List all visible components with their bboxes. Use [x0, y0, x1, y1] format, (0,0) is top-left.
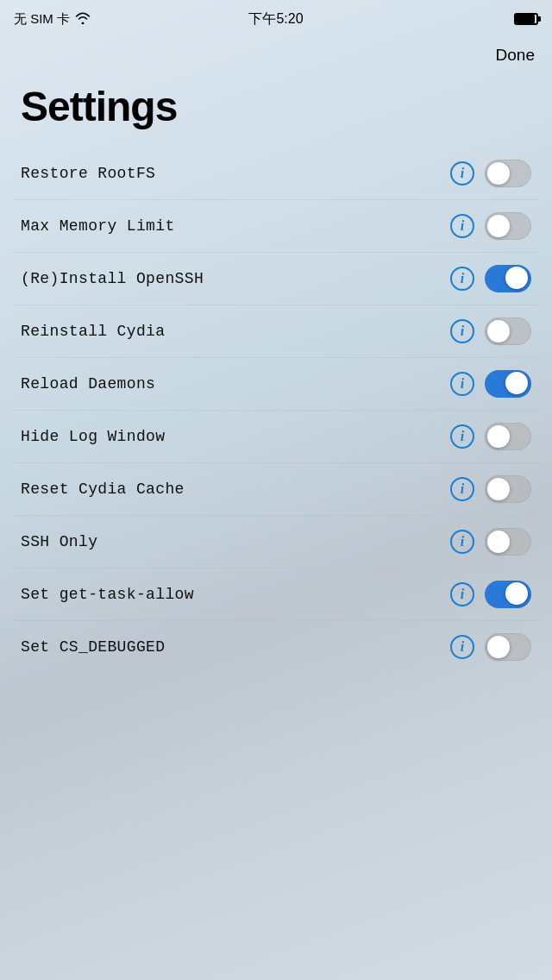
- row-restore-rootfs: Restore RootFS i: [14, 148, 538, 200]
- row-max-memory-limit: Max Memory Limit i: [14, 200, 538, 253]
- done-button[interactable]: Done: [496, 46, 535, 65]
- toggle-hide-log-window[interactable]: [485, 423, 531, 450]
- row-ssh-only: SSH Only i: [14, 516, 538, 569]
- label-max-memory-limit: Max Memory Limit: [21, 217, 175, 235]
- info-restore-rootfs[interactable]: i: [450, 161, 474, 185]
- info-ssh-only[interactable]: i: [450, 530, 474, 554]
- battery-icon: [514, 13, 538, 25]
- status-time: 下午5:20: [248, 10, 303, 28]
- toggle-reload-daemons[interactable]: [485, 370, 531, 398]
- toggle-set-get-task-allow[interactable]: [485, 581, 531, 608]
- label-set-cs-debugged: Set CS_DEBUGGED: [21, 638, 165, 656]
- label-ssh-only: SSH Only: [21, 533, 97, 550]
- info-reset-cydia-cache[interactable]: i: [450, 477, 474, 501]
- wifi-icon: [75, 12, 91, 27]
- info-reinstall-cydia[interactable]: i: [450, 319, 474, 343]
- label-restore-rootfs: Restore RootFS: [21, 165, 155, 182]
- label-hide-log-window: Hide Log Window: [21, 428, 165, 445]
- toggle-reinstall-cydia[interactable]: [485, 317, 531, 345]
- label-reload-daemons: Reload Daemons: [21, 375, 155, 393]
- label-reinstall-cydia: Reinstall Cydia: [21, 323, 165, 340]
- info-reinstall-openssh[interactable]: i: [450, 267, 474, 291]
- row-reinstall-cydia: Reinstall Cydia i: [14, 305, 538, 358]
- carrier-text: 无 SIM 卡: [14, 11, 70, 28]
- toggle-reinstall-openssh[interactable]: [485, 265, 531, 292]
- toggle-ssh-only[interactable]: [485, 528, 531, 556]
- toggle-restore-rootfs[interactable]: [485, 160, 531, 187]
- row-hide-log-window: Hide Log Window i: [14, 411, 538, 463]
- row-reload-daemons: Reload Daemons i: [14, 358, 538, 411]
- row-reinstall-openssh: (Re)Install OpenSSH i: [14, 253, 538, 305]
- info-hide-log-window[interactable]: i: [450, 424, 474, 449]
- row-set-cs-debugged: Set CS_DEBUGGED i: [14, 621, 538, 673]
- toggle-reset-cydia-cache[interactable]: [485, 475, 531, 503]
- nav-bar: Done: [0, 38, 552, 76]
- status-left: 无 SIM 卡: [14, 11, 91, 28]
- info-max-memory-limit[interactable]: i: [450, 214, 474, 238]
- label-set-get-task-allow: Set get-task-allow: [21, 586, 194, 603]
- info-set-get-task-allow[interactable]: i: [450, 582, 474, 606]
- row-reset-cydia-cache: Reset Cydia Cache i: [14, 463, 538, 516]
- row-set-get-task-allow: Set get-task-allow i: [14, 569, 538, 621]
- page-title: Settings: [0, 76, 552, 148]
- label-reset-cydia-cache: Reset Cydia Cache: [21, 481, 185, 498]
- settings-list: Restore RootFS i Max Memory Limit i (Re)…: [0, 148, 552, 673]
- status-bar: 无 SIM 卡 下午5:20: [0, 0, 552, 38]
- info-set-cs-debugged[interactable]: i: [450, 635, 474, 659]
- status-right: [514, 13, 538, 25]
- toggle-max-memory-limit[interactable]: [485, 212, 531, 240]
- toggle-set-cs-debugged[interactable]: [485, 633, 531, 661]
- label-reinstall-openssh: (Re)Install OpenSSH: [21, 270, 204, 287]
- info-reload-daemons[interactable]: i: [450, 372, 474, 396]
